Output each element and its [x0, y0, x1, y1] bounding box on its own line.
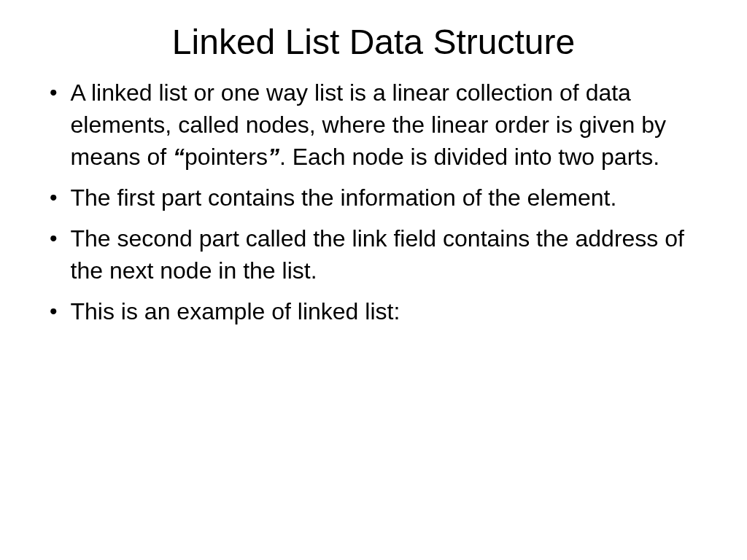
bullet-text: This is an example of linked list:: [71, 295, 400, 327]
bullet-icon: •: [50, 222, 58, 254]
list-item: • The first part contains the informatio…: [50, 182, 711, 214]
bullet-text: The first part contains the information …: [71, 182, 617, 214]
bullet-icon: •: [50, 182, 58, 214]
slide-content: • A linked list or one way list is a lin…: [36, 77, 711, 327]
bullet-text: The second part called the link field co…: [71, 222, 711, 287]
list-item: • The second part called the link field …: [50, 222, 711, 287]
slide-title: Linked List Data Structure: [36, 22, 711, 62]
list-item: • A linked list or one way list is a lin…: [50, 77, 711, 173]
bullet-text: A linked list or one way list is a linea…: [71, 77, 711, 173]
bullet-icon: •: [50, 77, 58, 109]
list-item: • This is an example of linked list:: [50, 295, 711, 327]
bullet-icon: •: [50, 295, 58, 327]
